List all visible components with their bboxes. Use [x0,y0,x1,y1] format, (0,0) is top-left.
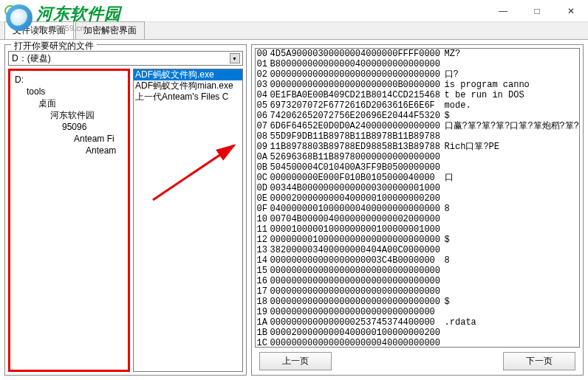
hex-row: 1800000000000000000000000000000000$ [256,297,579,307]
hex-bytes: 55D9F9DB11B8978B11B8978B11B89788 [270,131,442,142]
hex-offset: 04 [256,90,270,100]
file-item-selected[interactable]: ADF蚂蚁文件狗.exe [134,69,242,80]
hex-bytes: 00000000000000000000000000000000 [270,297,442,307]
hex-row: 0E00002000000000400000100000000200 [256,193,579,204]
hex-offset: 14 [256,255,270,266]
hex-offset: 1B [256,328,270,338]
maximize-button[interactable]: □ [520,0,554,22]
left-panel: 打开你要研究的文件 D：(硬盘) ▼ D: tools 桌面 河东软件园 [4,44,247,376]
tree-node[interactable]: Anteam [86,145,126,156]
hex-ascii [442,214,579,224]
hex-bytes: 000000000000000000000000B0000000 [270,80,442,90]
hex-bytes: 00344B00000000000000300000001000 [270,183,442,193]
hex-ascii: .rdata [442,317,579,328]
button-label: 下一页 [526,356,553,366]
file-label: ADF蚂蚁文件狗mian.exe [135,80,233,91]
hex-ascii: $ [442,111,579,121]
hex-bytes: 00000000000000000000000000000000 [270,276,442,286]
hex-offset: 08 [256,131,270,142]
hex-offset: 19 [256,307,270,317]
hex-ascii [442,328,579,338]
hex-row: 056973207072F6772616D2063616E6E6Fmode. [256,100,579,111]
hex-ascii [442,162,579,173]
tree-label: Anteam [86,145,116,156]
tree-node[interactable]: 河东软件园 95096 Anteam Fi A [50,109,126,156]
maximize-icon: □ [534,6,539,16]
hex-offset: 13 [256,245,270,255]
hex-viewer[interactable]: 004D5A90000300000004000000FFFF0000MZ?01B… [255,48,580,348]
file-label: 上一代Anteam's Files C [135,91,228,102]
hex-bytes: 6D6F64652E0D0D0A2400000000000000 [270,121,442,131]
tree-label: 95096 [62,122,86,132]
button-label: 上一页 [282,356,309,366]
hex-bytes: 11B8978803B89788ED98858B13B89788 [270,142,442,152]
hex-row: 0C000000000E000F010B0105000040000口 [256,173,579,183]
hex-offset: 01 [256,59,270,69]
client-area: 打开你要研究的文件 D：(硬盘) ▼ D: tools 桌面 河东软件园 [0,40,588,380]
hex-bytes: 00000000000000000000000000000000 [270,69,442,80]
tree-node[interactable]: Anteam Fi Anteam [74,133,126,156]
tree-node[interactable]: 95096 Anteam Fi Anteam [62,121,126,156]
hex-offset: 0F [256,204,270,214]
hex-row: 13382000003400000000404A00C0000000 [256,245,579,255]
hex-offset: 15 [256,266,270,276]
tab-strip: 文件读取界面 加密解密界面 [0,22,588,40]
tab-label: 加密解密界面 [83,25,137,35]
hex-ascii: 8 [442,204,579,214]
hex-offset: 06 [256,111,270,121]
hex-ascii [442,276,579,286]
hex-offset: 0D [256,183,270,193]
hex-bytes: 0000000000000000253745374400000 [270,317,442,328]
hex-ascii: 口 [442,173,579,183]
hex-offset: 0E [256,193,270,204]
minimize-icon: — [499,6,507,16]
hex-row: 14000000000000000000003C4B00000008 [256,255,579,266]
tree-label: 桌面 [38,98,56,108]
right-panel: 004D5A90000300000004000000FFFF0000MZ?01B… [251,44,584,376]
pagination-row: 上一页 下一页 [255,350,580,372]
hex-offset: 02 [256,69,270,80]
hex-ascii: MZ? [442,49,579,59]
close-button[interactable]: ✕ [554,0,588,22]
hex-offset: 10 [256,214,270,224]
file-list[interactable]: ADF蚂蚁文件狗.exe ADF蚂蚁文件狗mian.exe 上一代Anteam'… [133,69,243,372]
hex-row: 190000000000000000000000000000000 [256,307,579,317]
folder-tree[interactable]: D: tools 桌面 河东软件园 95096 [8,69,130,372]
hex-ascii: $ [442,235,579,245]
hex-ascii: 口? [442,69,579,80]
hex-bytes: 00000000000000000000040000000000 [270,338,442,348]
hex-row: 0A52696368B11B89780000000000000000 [256,152,579,162]
hex-row: 1200000000100000000000000000000000$ [256,235,579,245]
tree-node[interactable]: tools 桌面 河东软件园 95096 [27,86,126,156]
hex-offset: 17 [256,286,270,297]
close-icon: ✕ [567,6,575,16]
minimize-button[interactable]: — [486,0,520,22]
hex-row: 0911B8978803B89788ED98858B13B89788Rich口箪… [256,142,579,152]
tree-label: 河东软件园 [50,110,95,120]
hex-ascii: 8 [442,255,579,266]
hex-bytes: 504500004C010400A3FF9B0500000000 [270,162,442,173]
tree-node[interactable]: 桌面 河东软件园 95096 Anteam Fi [38,97,126,156]
hex-bytes: 00000000000000000000000000000000 [270,286,442,297]
hex-offset: 05 [256,100,270,111]
tab-file-read[interactable]: 文件读取界面 [4,21,74,39]
next-page-button[interactable]: 下一页 [503,352,575,370]
tab-encrypt-decrypt[interactable]: 加密解密界面 [75,21,145,39]
hex-row: 0B504500004C010400A3FF9B0500000000 [256,162,579,173]
hex-bytes: 00000000100000000000000000000000 [270,235,442,245]
hex-row: 03000000000000000000000000B0000000is pro… [256,80,579,90]
prev-page-button[interactable]: 上一页 [259,352,332,370]
hex-row: 1000704B00000400000000000002000000 [256,214,579,224]
file-item[interactable]: ADF蚂蚁文件狗mian.exe [134,80,242,91]
drive-combobox[interactable]: D：(硬盘) ▼ [8,51,243,66]
hex-row: 1100001000001000000000100000001000 [256,224,579,235]
hex-ascii [442,193,579,204]
tree-node-root[interactable]: D: tools 桌面 河东软件园 95096 [15,74,126,156]
hex-offset: 11 [256,224,270,235]
file-item[interactable]: 上一代Anteam's Files C [134,91,242,103]
hex-row: 1C00000000000000000000040000000000 [256,338,579,348]
hex-bytes: 00000000000000000000000000000000 [270,266,442,276]
hex-row: 1A0000000000000000253745374400000.rdata [256,317,579,328]
hex-offset: 1A [256,317,270,328]
hex-row: 0855D9F9DB11B8978B11B8978B11B89788 [256,131,579,142]
